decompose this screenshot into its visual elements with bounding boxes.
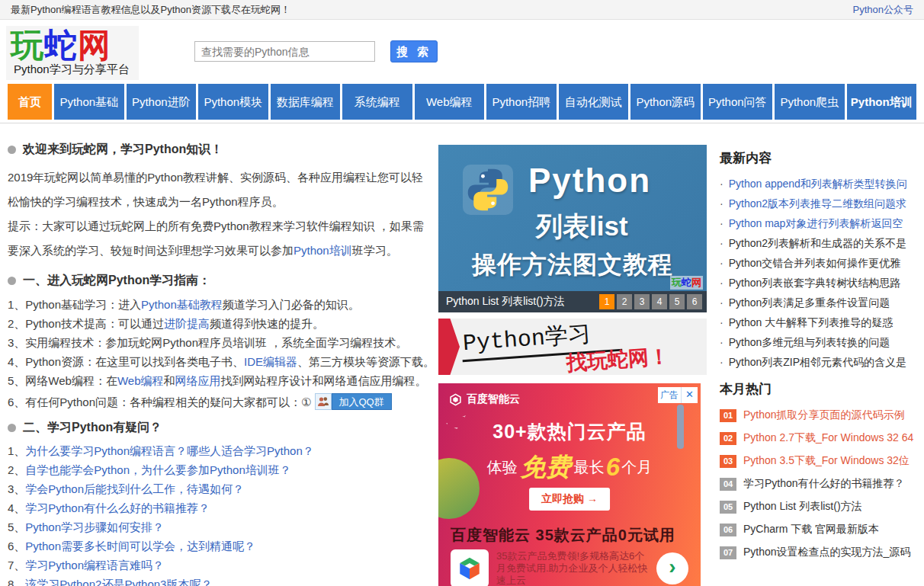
- faq-item: 1、为什么要学习Python编程语言？哪些人适合学习Python？: [8, 445, 432, 457]
- monthly-hot-list: 01Python抓取分享页面的源代码示例 02Python 2.7下载_For …: [720, 408, 921, 559]
- advanced-link[interactable]: 进阶提高: [164, 317, 210, 330]
- nav-item-python-advanced[interactable]: Python进阶: [127, 84, 197, 120]
- monthly-hot-block: 本月热门 01Python抓取分享页面的源代码示例 02Python 2.7下载…: [720, 380, 921, 559]
- page-dot-4[interactable]: 4: [652, 294, 667, 309]
- latest-link[interactable]: Python append和列表解析类型转换问: [729, 178, 907, 190]
- latest-item: ·Python交错合并列表如何操作更优雅: [720, 257, 921, 269]
- latest-link[interactable]: Python列表满足多重条件设置问题: [729, 296, 890, 309]
- page-dot-6[interactable]: 6: [687, 294, 702, 309]
- page-dot-5[interactable]: 5: [669, 294, 685, 309]
- hot-link[interactable]: Python抓取分享页面的源代码示例: [743, 408, 905, 422]
- sidebar: 最新内容 ·Python append和列表解析类型转换问 ·Python2版本…: [720, 149, 921, 568]
- latest-link[interactable]: Python列表嵌套字典转树状结构思路: [729, 277, 901, 289]
- nav-item-python-modules[interactable]: Python模块: [198, 84, 268, 120]
- latest-link[interactable]: Python2版本列表推导二维数组问题求: [729, 197, 906, 210]
- faq-link[interactable]: 学习Python有什么么好的书籍推荐？: [25, 501, 210, 514]
- cloud-cube-icon: [451, 549, 489, 586]
- latest-link[interactable]: Python交错合并列表如何操作更优雅: [729, 257, 901, 269]
- hot-link[interactable]: Python设置检查点的实现方法_源码: [743, 546, 910, 559]
- ad-close-button[interactable]: ✕: [681, 387, 698, 403]
- faq-link[interactable]: Python需要多长时间可以学会，达到精通呢？: [25, 540, 255, 552]
- nav-item-python-basic[interactable]: Python基础: [54, 84, 124, 120]
- faq-link[interactable]: 学会Python后能找到什么工作，待遇如何？: [25, 482, 244, 495]
- nav-item-spider[interactable]: Python爬虫: [775, 84, 845, 120]
- rank-badge: 02: [720, 432, 736, 445]
- join-qq-group-button[interactable]: 加入QQ群: [315, 393, 392, 410]
- faq-item: 5、Python学习步骤如何安排？: [8, 521, 432, 533]
- site-logo[interactable]: 玩蛇网 Python学习与分享平台: [6, 26, 139, 80]
- hot-link[interactable]: PyCharm 下载 官网最新版本: [743, 523, 879, 536]
- nav-item-home[interactable]: 首页: [8, 84, 52, 120]
- ad-tag-group: 广告 ✕: [658, 387, 698, 403]
- python-logo-icon: [463, 165, 513, 215]
- guide-item: 2、Python技术提高：可以通过进阶提高频道得到快速的提升。: [8, 317, 432, 330]
- slide-subtitle: 操作方法图文教程: [438, 248, 707, 282]
- nav-item-system[interactable]: 系统编程: [342, 84, 412, 120]
- faq-item: 3、学会Python后能找到什么工作，待遇如何？: [8, 483, 432, 495]
- hot-item: 01Python抓取分享页面的源代码示例: [720, 408, 921, 422]
- nav-item-web[interactable]: Web编程: [415, 84, 485, 120]
- baidu-cloud-icon: [449, 393, 462, 406]
- baidu-cloud-ad[interactable]: 百度智能云 广告 ✕ 30+款热门云产品 体验免费最长6个月 立即抢购 → 百度…: [438, 383, 701, 586]
- search-button[interactable]: 搜 索: [390, 40, 438, 62]
- guide-title: 一、进入玩蛇网Python学习指南：: [23, 273, 210, 289]
- latest-link[interactable]: Python多维元组与列表转换的问题: [729, 336, 890, 348]
- guide-item: 4、Python资源：在这里可以找到各类电子书、IDE编辑器、第三方模块等资源下…: [8, 355, 432, 368]
- nav-item-training[interactable]: Python培训: [847, 84, 917, 120]
- faq-heading: 二、学习Python有疑问？: [8, 420, 432, 436]
- faq-title: 二、学习Python有疑问？: [23, 420, 162, 436]
- ad-arrow-button[interactable]: ›: [656, 552, 688, 584]
- bullet-icon: [8, 424, 16, 432]
- ad-cta-button[interactable]: 立即抢购 →: [529, 488, 610, 511]
- python-training-link[interactable]: Python培训: [294, 244, 352, 257]
- latest-link[interactable]: Python列表ZIP相邻元素代码的含义是: [729, 356, 906, 368]
- welcome-heading: 欢迎来到玩蛇网，学习Python知识！: [8, 142, 432, 158]
- top-announcement-bar: 最新Python编程语言教程信息以及Python资源下载尽在玩蛇网！ Pytho…: [0, 0, 924, 20]
- slide-caption-link[interactable]: Python List 列表list()方法: [446, 295, 565, 309]
- page-dot-1[interactable]: 1: [599, 294, 614, 309]
- hot-link[interactable]: Python List 列表list()方法: [743, 500, 862, 514]
- announcement-text: 最新Python编程语言教程信息以及Python资源下载尽在玩蛇网！: [11, 3, 290, 17]
- faq-item: 6、Python需要多长时间可以学会，达到精通呢？: [8, 540, 432, 552]
- hot-item: 04学习Python有什么好的书籍推荐？: [720, 477, 921, 491]
- web-programming-link[interactable]: Web编程: [117, 374, 164, 387]
- latest-link[interactable]: Python map对象进行列表解析返回空: [729, 217, 903, 229]
- ad-bottom-title: 百度智能云 35款云产品0元试用: [451, 525, 675, 546]
- latest-item: ·Python列表满足多重条件设置问题: [720, 296, 921, 309]
- nav-divider: [0, 123, 924, 123]
- latest-item: ·Python列表ZIP相邻元素代码的含义是: [720, 356, 921, 368]
- latest-link[interactable]: Python2列表解析和生成器的关系不是: [729, 237, 906, 249]
- rank-badge: 05: [720, 501, 736, 514]
- faq-link[interactable]: 该学习Python2还是Python3版本呢？: [25, 578, 212, 586]
- page-dot-2[interactable]: 2: [617, 294, 632, 309]
- faq-link[interactable]: Python学习步骤如何安排？: [25, 520, 164, 533]
- nav-item-jobs[interactable]: Python招聘: [486, 84, 557, 120]
- search-input[interactable]: [194, 41, 375, 62]
- latest-item: ·Python2版本列表推导二维数组问题求: [720, 197, 921, 210]
- nav-item-qa[interactable]: Python问答: [703, 84, 773, 120]
- hot-link[interactable]: Python 2.7下载_For Windows 32 64: [743, 431, 913, 445]
- faq-link[interactable]: 为什么要学习Python编程语言？哪些人适合学习Python？: [25, 444, 313, 457]
- rank-badge: 03: [720, 455, 736, 468]
- faq-link[interactable]: 自学也能学会Python，为什么要参加Python培训班？: [25, 463, 290, 476]
- network-app-link[interactable]: 网络应用: [175, 374, 221, 387]
- wechat-official-link[interactable]: Python公众号: [853, 3, 913, 17]
- nav-item-database[interactable]: 数据库编程: [271, 84, 341, 120]
- rank-badge: 04: [720, 478, 736, 491]
- basic-tutorial-link[interactable]: Python基础教程: [141, 298, 223, 311]
- hot-link[interactable]: 学习Python有什么好的书籍推荐？: [743, 477, 905, 491]
- latest-item: ·Python append和列表解析类型转换问: [720, 178, 921, 190]
- faq-link[interactable]: 学习Python编程语言难吗？: [25, 559, 164, 572]
- promo-banner[interactable]: Python学习 找玩蛇网！: [438, 319, 707, 375]
- page-dot-3[interactable]: 3: [634, 294, 650, 309]
- hot-item: 05Python List 列表list()方法: [720, 500, 921, 514]
- nav-item-automation[interactable]: 自动化测试: [559, 84, 629, 120]
- nav-item-source[interactable]: Python源码: [630, 84, 701, 120]
- latest-content-list: ·Python append和列表解析类型转换问 ·Python2版本列表推导二…: [720, 178, 921, 368]
- hot-link[interactable]: Python 3.5下载_For Windows 32位: [743, 454, 910, 468]
- faq-item: 4、学习Python有什么么好的书籍推荐？: [8, 502, 432, 514]
- latest-link[interactable]: Python 大牛解释下列表推导的疑惑: [729, 316, 893, 328]
- ide-editor-link[interactable]: IDE编辑器: [244, 355, 297, 368]
- featured-slider[interactable]: Python 列表list 操作方法图文教程 玩蛇网 Python List 列…: [438, 145, 707, 312]
- ad-label: 广告: [658, 387, 681, 403]
